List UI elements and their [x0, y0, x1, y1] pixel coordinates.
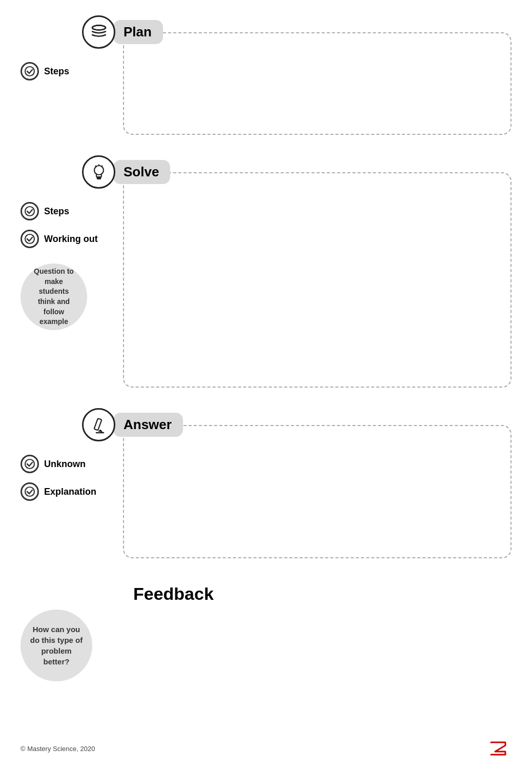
svg-point-13 — [25, 459, 34, 469]
answer-content: Unknown Explanation — [21, 425, 511, 558]
svg-rect-11 — [94, 418, 101, 430]
plan-section: Plan Steps — [21, 15, 511, 135]
answer-icon — [82, 408, 115, 441]
answer-label: Answer — [113, 413, 183, 437]
plan-header-row: Plan — [21, 15, 511, 49]
svg-point-3 — [94, 166, 104, 175]
solve-icon — [82, 155, 115, 189]
answer-explanation-item: Explanation — [21, 482, 123, 501]
solve-sidebar: Steps Working out Question to make stude… — [21, 172, 123, 330]
svg-line-7 — [101, 166, 103, 167]
plan-label: Plan — [113, 20, 163, 44]
solve-box — [123, 172, 511, 388]
answer-explanation-checkmark — [21, 482, 39, 501]
answer-unknown-item: Unknown — [21, 455, 123, 473]
answer-explanation-label: Explanation — [44, 487, 96, 497]
solve-working-item: Working out — [21, 230, 123, 248]
solve-label: Solve — [113, 160, 170, 184]
solve-content: Steps Working out Question to make stude… — [21, 172, 511, 388]
answer-box — [123, 425, 511, 558]
solve-steps-checkmark — [21, 202, 39, 220]
answer-header-row: Answer — [21, 408, 511, 441]
solve-steps-item: Steps — [21, 202, 123, 220]
feedback-title: Feedback — [123, 584, 511, 604]
answer-section: Answer Unknown — [21, 408, 511, 558]
mastery-science-logo — [486, 738, 511, 759]
answer-unknown-checkmark — [21, 455, 39, 473]
copyright-text: © Mastery Science, 2020 — [21, 745, 95, 753]
svg-point-9 — [25, 207, 34, 216]
solve-header-row: Solve — [21, 155, 511, 189]
svg-point-2 — [25, 67, 34, 76]
feedback-bubble: How can you do this type of problem bett… — [21, 610, 92, 681]
feedback-left: How can you do this type of problem bett… — [21, 579, 123, 681]
solve-section: Solve Steps — [21, 155, 511, 388]
page: Plan Steps — [0, 0, 532, 769]
solve-working-checkmark — [21, 230, 39, 248]
svg-point-1 — [92, 25, 106, 30]
svg-point-14 — [25, 487, 34, 496]
svg-line-8 — [95, 166, 96, 167]
solve-bubble: Question to make students think and foll… — [21, 264, 87, 330]
feedback-section: How can you do this type of problem bett… — [21, 579, 511, 681]
solve-working-label: Working out — [44, 234, 98, 245]
plan-icon — [82, 15, 115, 49]
svg-point-10 — [25, 234, 34, 244]
answer-unknown-label: Unknown — [44, 459, 86, 470]
footer: © Mastery Science, 2020 — [21, 738, 511, 759]
plan-steps-label: Steps — [44, 66, 69, 77]
plan-steps-item: Steps — [21, 62, 123, 80]
plan-steps-checkmark — [21, 62, 39, 80]
solve-steps-label: Steps — [44, 206, 69, 217]
